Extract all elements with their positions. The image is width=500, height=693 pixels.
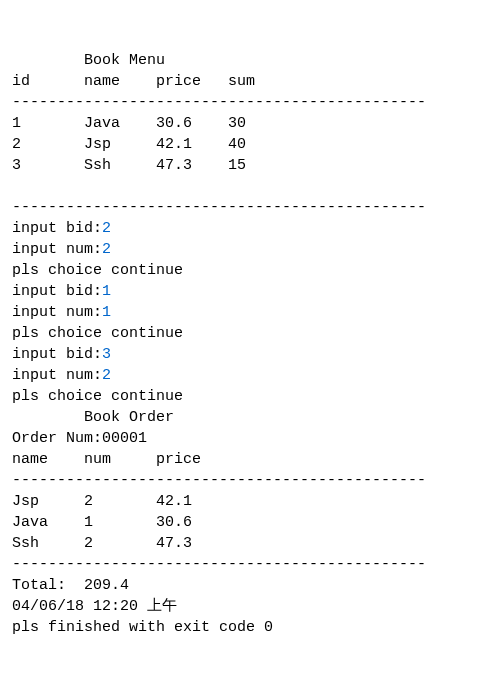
- separator: ----------------------------------------…: [12, 556, 426, 573]
- console-output: Book Menu id name price sum ------------…: [12, 52, 426, 636]
- exit-message: pls finished with exit code 0: [12, 619, 273, 636]
- input-bid-value: 2: [102, 220, 111, 237]
- menu-header-id: id: [12, 73, 30, 90]
- order-num-label: Order Num:: [12, 430, 102, 447]
- menu-header-sum: sum: [228, 73, 255, 90]
- input-bid-label: input bid:: [12, 220, 102, 237]
- input-bid-label: input bid:: [12, 283, 102, 300]
- order-row: Jsp 2 42.1: [12, 493, 192, 510]
- total-label: Total:: [12, 577, 66, 594]
- order-title: Book Order: [84, 409, 174, 426]
- timestamp: 04/06/18 12:20 上午: [12, 598, 177, 615]
- input-num-value: 1: [102, 304, 111, 321]
- input-num-value: 2: [102, 241, 111, 258]
- order-num-value: 00001: [102, 430, 147, 447]
- order-header-name: name: [12, 451, 48, 468]
- menu-header-name: name: [84, 73, 120, 90]
- separator: ----------------------------------------…: [12, 94, 426, 111]
- menu-row: 3 Ssh 47.3 15: [12, 157, 246, 174]
- separator: ----------------------------------------…: [12, 472, 426, 489]
- input-num-value: 2: [102, 367, 111, 384]
- order-header-num: num: [84, 451, 111, 468]
- input-bid-value: 3: [102, 346, 111, 363]
- menu-row: 1 Java 30.6 30: [12, 115, 246, 132]
- input-num-label: input num:: [12, 367, 102, 384]
- continue-msg: pls choice continue: [12, 388, 183, 405]
- continue-msg: pls choice continue: [12, 262, 183, 279]
- menu-title: Book Menu: [84, 52, 165, 69]
- menu-row: 2 Jsp 42.1 40: [12, 136, 246, 153]
- input-bid-value: 1: [102, 283, 111, 300]
- order-row: Java 1 30.6: [12, 514, 192, 531]
- total-value: 209.4: [84, 577, 129, 594]
- separator: ----------------------------------------…: [12, 199, 426, 216]
- input-num-label: input num:: [12, 241, 102, 258]
- input-num-label: input num:: [12, 304, 102, 321]
- menu-header-price: price: [156, 73, 201, 90]
- order-header-price: price: [156, 451, 201, 468]
- continue-msg: pls choice continue: [12, 325, 183, 342]
- order-row: Ssh 2 47.3: [12, 535, 192, 552]
- input-bid-label: input bid:: [12, 346, 102, 363]
